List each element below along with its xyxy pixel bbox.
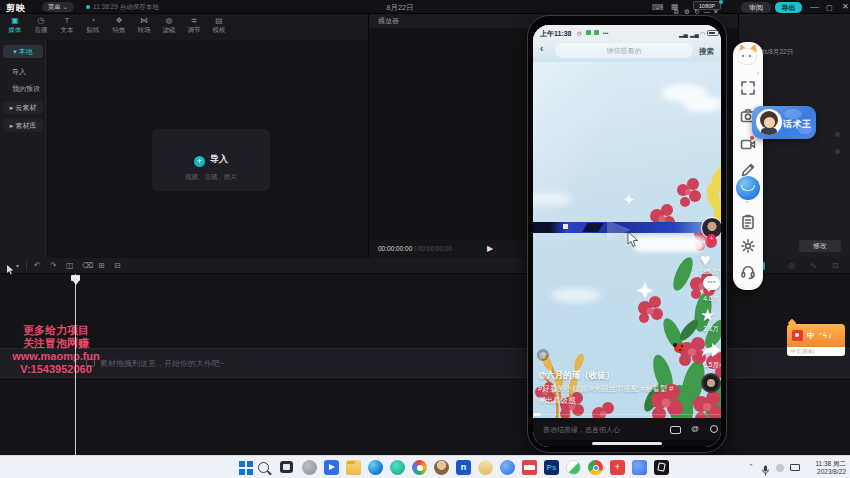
- menu-button[interactable]: 菜单 ⌄: [42, 2, 74, 12]
- window-minimize-button[interactable]: —: [810, 2, 819, 12]
- split-icon[interactable]: ◫: [66, 261, 74, 271]
- phone-comment-bar: 善语结善缘，恶言伤人心 @: [533, 418, 721, 440]
- taskbar-app-icon[interactable]: [302, 460, 317, 475]
- ime-toolbar[interactable]: 中 ′ϟ♪: [787, 324, 845, 347]
- undo-icon[interactable]: ↶: [34, 261, 41, 271]
- file-explorer-icon[interactable]: [346, 460, 361, 475]
- search-icon[interactable]: [258, 462, 269, 473]
- taskbar-app-icon[interactable]: [500, 460, 515, 475]
- video-progress[interactable]: [533, 414, 721, 415]
- favorite-icon[interactable]: ★: [700, 305, 715, 326]
- taskview-icon[interactable]: [280, 461, 293, 473]
- tray-expand-icon[interactable]: ⌃: [748, 463, 754, 471]
- fullscreen-icon[interactable]: [740, 80, 756, 96]
- taskbar-clock[interactable]: 11:38 周二 2023/8/22: [800, 460, 846, 476]
- taskbar-app-icon[interactable]: [566, 460, 581, 475]
- taskbar-app-icon[interactable]: [478, 460, 493, 475]
- record-video-icon[interactable]: [740, 136, 756, 152]
- clipboard-icon[interactable]: [740, 214, 756, 230]
- taskbar-app-icon[interactable]: [390, 460, 405, 475]
- windows-taskbar: n Ps + ⌃ 11:38 周二 2023/8/22: [0, 455, 850, 478]
- back-icon[interactable]: ‹: [540, 43, 543, 54]
- video-content[interactable]: + ♥ 185.3万 ••• 4.0万 ★ 2.1万 6.5万 弹 @六月的雨（…: [533, 62, 721, 418]
- media-icon: ▣: [2, 16, 28, 26]
- music-disc[interactable]: [701, 373, 721, 393]
- select-tool-caret[interactable]: ▾: [16, 261, 19, 271]
- phone-search-header: ‹ 猜你想看的 搜索: [533, 40, 721, 62]
- jianying-icon[interactable]: [654, 460, 669, 475]
- tab-audio[interactable]: ◷音频: [28, 16, 54, 38]
- playhead[interactable]: [75, 274, 76, 455]
- start-button[interactable]: [238, 460, 253, 475]
- photoshop-icon[interactable]: Ps: [544, 460, 559, 475]
- tab-template[interactable]: ▤模板: [206, 16, 232, 38]
- mirror-tool-icon[interactable]: ⊟: [114, 261, 121, 271]
- sidebar-item-import[interactable]: 导入: [12, 66, 26, 78]
- tab-adjust[interactable]: ≑调节: [181, 16, 207, 38]
- tab-text[interactable]: T文本: [54, 16, 80, 38]
- review-button[interactable]: 审阅: [741, 2, 771, 13]
- export-button[interactable]: 导出: [775, 2, 802, 13]
- preview-axis-icon[interactable]: ∿: [810, 261, 817, 270]
- tray-icon[interactable]: [776, 464, 784, 472]
- collapse-caret-icon[interactable]: ⌃: [744, 200, 750, 208]
- redo-icon[interactable]: ↷: [50, 261, 57, 271]
- comment-icon[interactable]: •••: [703, 276, 720, 290]
- mention-icon[interactable]: @: [691, 424, 699, 433]
- image-icon[interactable]: [670, 426, 681, 434]
- play-button[interactable]: ▶: [487, 244, 493, 253]
- modify-button[interactable]: 修改: [799, 240, 841, 252]
- sidebar-item-local[interactable]: ▾ 本地: [3, 45, 43, 58]
- settings-gear-icon[interactable]: [740, 238, 756, 254]
- assistant-bubble-label: 话术王: [783, 118, 812, 131]
- taskbar-app-icon[interactable]: [632, 460, 647, 475]
- taskbar-app-icon[interactable]: [522, 460, 537, 475]
- window-maximize-button[interactable]: ▢: [826, 3, 833, 13]
- headset-icon[interactable]: [740, 264, 756, 280]
- taskbar-app-icon[interactable]: +: [610, 460, 625, 475]
- crop-icon[interactable]: ⊞: [98, 261, 105, 271]
- tab-media[interactable]: ▣媒体: [2, 16, 28, 38]
- video-hashtags-2[interactable]: 美出高级感: [538, 396, 576, 406]
- taskbar-app-icon[interactable]: [434, 460, 449, 475]
- follow-button[interactable]: +: [707, 234, 716, 243]
- share-icon[interactable]: [701, 342, 721, 358]
- tray-mic-icon[interactable]: [762, 462, 769, 472]
- keyboard-icon[interactable]: ⌨: [652, 3, 664, 12]
- window-close-button[interactable]: ✕: [842, 2, 849, 12]
- tab-effects[interactable]: ❖特效: [106, 16, 132, 38]
- search-button[interactable]: 搜索: [699, 47, 714, 57]
- delete-icon[interactable]: ⌫: [82, 261, 93, 271]
- video-hashtags-1[interactable]: #好看的小姐姐 #美丽丝巾搭配 #耐看型 #: [538, 384, 673, 394]
- link-icon[interactable]: ◎: [788, 261, 795, 270]
- sidebar-item-library[interactable]: ▸ 素材库: [3, 119, 43, 132]
- home-indicator[interactable]: [592, 442, 662, 445]
- tab-sticker[interactable]: ◔贴纸: [80, 16, 106, 38]
- comment-input[interactable]: 善语结善缘，恶言伤人心: [543, 425, 620, 435]
- taskbar-app-icon[interactable]: n: [456, 460, 471, 475]
- mascot-icon[interactable]: [736, 44, 759, 66]
- collapse-toolbar-icon[interactable]: ‹: [757, 70, 759, 77]
- search-input[interactable]: 猜你想看的: [555, 43, 693, 58]
- emoji-icon[interactable]: [710, 425, 718, 433]
- assistant-ball[interactable]: [736, 176, 760, 200]
- ime-hint: 中文(简体): [787, 347, 845, 356]
- chrome-icon[interactable]: [588, 460, 603, 475]
- tab-filter[interactable]: ◍滤镜: [156, 16, 182, 38]
- zoom-fit-icon[interactable]: ⊡: [832, 261, 839, 270]
- edge-icon[interactable]: [368, 460, 383, 475]
- video-username[interactable]: @六月的雨（收徒）: [538, 370, 614, 382]
- ime-mode-icons[interactable]: 中 ′ϟ♪: [807, 331, 834, 341]
- sidebar-item-cloud[interactable]: ▸ 云素材: [3, 101, 43, 114]
- import-card[interactable]: +导入 视频、音频、图片: [152, 129, 270, 191]
- status-more-icon: •••: [603, 30, 608, 36]
- taskbar-app-icon[interactable]: [324, 460, 339, 475]
- sidebar-item-presets[interactable]: 我的预设: [12, 83, 40, 95]
- select-tool-icon[interactable]: [6, 261, 15, 279]
- panel-dot-icon: [835, 149, 840, 154]
- assistant-chat-bubble[interactable]: 话术王: [752, 106, 816, 139]
- playhead-handle[interactable]: [71, 275, 80, 281]
- taskbar-app-icon[interactable]: [412, 460, 427, 475]
- tray-network-icon[interactable]: [790, 464, 800, 471]
- tab-transition[interactable]: ⋈转场: [131, 16, 157, 38]
